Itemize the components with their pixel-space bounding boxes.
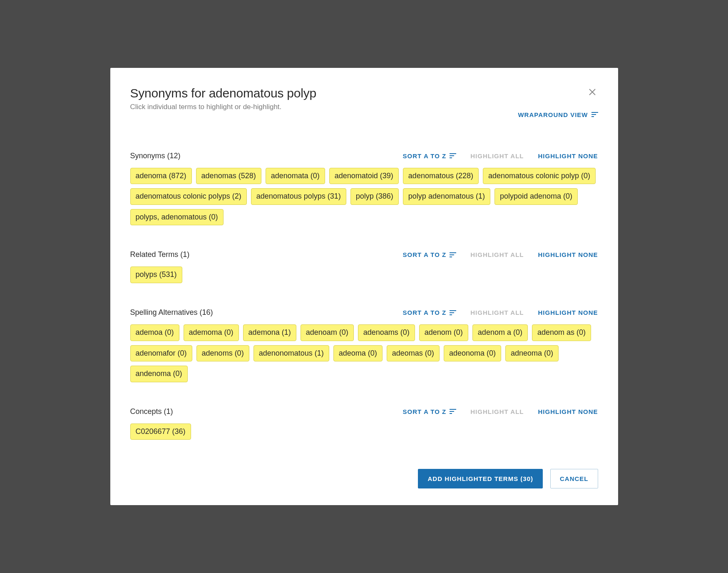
section-title: Synonyms (12) bbox=[130, 152, 181, 160]
term-chip[interactable]: C0206677 (36) bbox=[130, 424, 191, 440]
section: Concepts (1)SORT A TO ZHIGHLIGHT ALLHIGH… bbox=[130, 407, 598, 440]
sort-label: SORT A TO Z bbox=[403, 309, 447, 316]
section: Synonyms (12)SORT A TO ZHIGHLIGHT ALLHIG… bbox=[130, 152, 598, 226]
highlight-all-button[interactable]: HIGHLIGHT ALL bbox=[470, 152, 524, 159]
sort-a-to-z-button[interactable]: SORT A TO Z bbox=[403, 309, 457, 316]
chips-container: C0206677 (36) bbox=[130, 424, 598, 440]
term-chip[interactable]: adenomatous (228) bbox=[403, 168, 479, 184]
sort-icon bbox=[450, 409, 456, 414]
sort-label: SORT A TO Z bbox=[403, 408, 447, 415]
term-chip[interactable]: adeomas (0) bbox=[387, 345, 440, 362]
section: Spelling Alternatives (16)SORT A TO ZHIG… bbox=[130, 308, 598, 382]
section-title: Spelling Alternatives (16) bbox=[130, 308, 213, 317]
synonyms-modal: Synonyms for adenomatous polyp Click ind… bbox=[110, 68, 618, 506]
sort-icon bbox=[450, 310, 456, 315]
sort-a-to-z-button[interactable]: SORT A TO Z bbox=[403, 408, 457, 415]
term-chip[interactable]: adenoams (0) bbox=[358, 324, 415, 341]
term-chip[interactable]: polypoid adenoma (0) bbox=[494, 188, 578, 205]
sort-a-to-z-button[interactable]: SORT A TO Z bbox=[403, 251, 457, 258]
term-chip[interactable]: adenomas (528) bbox=[196, 168, 261, 184]
term-chip[interactable]: adneoma (0) bbox=[505, 345, 559, 362]
modal-header: Synonyms for adenomatous polyp Click ind… bbox=[130, 86, 598, 118]
term-chip[interactable]: adenomafor (0) bbox=[130, 345, 192, 362]
sort-label: SORT A TO Z bbox=[403, 251, 447, 258]
highlight-none-button[interactable]: HIGHLIGHT NONE bbox=[538, 309, 598, 316]
sections-host: Synonyms (12)SORT A TO ZHIGHLIGHT ALLHIG… bbox=[130, 152, 598, 440]
section-actions: SORT A TO ZHIGHLIGHT ALLHIGHLIGHT NONE bbox=[403, 251, 598, 258]
term-chip[interactable]: ademona (1) bbox=[243, 324, 296, 341]
term-chip[interactable]: adenom a (0) bbox=[472, 324, 528, 341]
chips-container: polyps (531) bbox=[130, 267, 598, 283]
term-chip[interactable]: adenomatous polyps (31) bbox=[251, 188, 346, 205]
highlight-none-button[interactable]: HIGHLIGHT NONE bbox=[538, 408, 598, 415]
sort-a-to-z-button[interactable]: SORT A TO Z bbox=[403, 152, 457, 159]
chips-container: adenoma (872)adenomas (528)adenomata (0)… bbox=[130, 168, 598, 226]
section-actions: SORT A TO ZHIGHLIGHT ALLHIGHLIGHT NONE bbox=[403, 152, 598, 159]
sort-icon bbox=[450, 252, 456, 257]
section-header: Spelling Alternatives (16)SORT A TO ZHIG… bbox=[130, 308, 598, 317]
section-header: Related Terms (1)SORT A TO ZHIGHLIGHT AL… bbox=[130, 250, 598, 259]
term-chip[interactable]: andenoma (0) bbox=[130, 366, 188, 382]
highlight-none-button[interactable]: HIGHLIGHT NONE bbox=[538, 251, 598, 258]
sort-label: SORT A TO Z bbox=[403, 152, 447, 159]
term-chip[interactable]: polyp (386) bbox=[350, 188, 399, 205]
header-right: WRAPAROUND VIEW bbox=[518, 86, 598, 118]
term-chip[interactable]: polyps (531) bbox=[130, 267, 182, 283]
wraparound-view-button[interactable]: WRAPAROUND VIEW bbox=[518, 111, 598, 118]
highlight-none-button[interactable]: HIGHLIGHT NONE bbox=[538, 152, 598, 159]
section-actions: SORT A TO ZHIGHLIGHT ALLHIGHLIGHT NONE bbox=[403, 309, 598, 316]
section-actions: SORT A TO ZHIGHLIGHT ALLHIGHLIGHT NONE bbox=[403, 408, 598, 415]
title-block: Synonyms for adenomatous polyp Click ind… bbox=[130, 86, 317, 111]
term-chip[interactable]: adenomata (0) bbox=[266, 168, 325, 184]
close-icon bbox=[588, 91, 596, 97]
term-chip[interactable]: adenomatous colonic polyps (2) bbox=[130, 188, 247, 205]
section-header: Synonyms (12)SORT A TO ZHIGHLIGHT ALLHIG… bbox=[130, 152, 598, 160]
highlight-all-button[interactable]: HIGHLIGHT ALL bbox=[470, 309, 524, 316]
term-chip[interactable]: adenonomatous (1) bbox=[253, 345, 329, 362]
term-chip[interactable]: adenoms (0) bbox=[196, 345, 249, 362]
term-chip[interactable]: adeonoma (0) bbox=[444, 345, 501, 362]
term-chip[interactable]: polyp adenomatous (1) bbox=[403, 188, 490, 205]
term-chip[interactable]: adenoma (872) bbox=[130, 168, 192, 184]
highlight-all-button[interactable]: HIGHLIGHT ALL bbox=[470, 251, 524, 258]
wraparound-view-label: WRAPAROUND VIEW bbox=[518, 111, 588, 118]
modal-footer: ADD HIGHLIGHTED TERMS (30) CANCEL bbox=[130, 469, 598, 488]
term-chip[interactable]: polyps, adenomatous (0) bbox=[130, 209, 224, 226]
sort-icon bbox=[450, 153, 456, 158]
term-chip[interactable]: adenomatous colonic polyp (0) bbox=[483, 168, 596, 184]
modal-title: Synonyms for adenomatous polyp bbox=[130, 86, 317, 100]
add-highlighted-terms-button[interactable]: ADD HIGHLIGHTED TERMS (30) bbox=[418, 469, 543, 488]
section-title: Concepts (1) bbox=[130, 407, 173, 416]
close-button[interactable] bbox=[586, 86, 598, 98]
section: Related Terms (1)SORT A TO ZHIGHLIGHT AL… bbox=[130, 250, 598, 283]
term-chip[interactable]: adenom (0) bbox=[419, 324, 468, 341]
term-chip[interactable]: ademoa (0) bbox=[130, 324, 179, 341]
term-chip[interactable]: adenoam (0) bbox=[301, 324, 354, 341]
term-chip[interactable]: adenomatoid (39) bbox=[329, 168, 399, 184]
term-chip[interactable]: adenom as (0) bbox=[532, 324, 591, 341]
highlight-all-button[interactable]: HIGHLIGHT ALL bbox=[470, 408, 524, 415]
section-title: Related Terms (1) bbox=[130, 250, 190, 259]
modal-subtitle: Click individual terms to highlight or d… bbox=[130, 103, 317, 111]
section-header: Concepts (1)SORT A TO ZHIGHLIGHT ALLHIGH… bbox=[130, 407, 598, 416]
cancel-button[interactable]: CANCEL bbox=[550, 469, 598, 488]
term-chip[interactable]: adeoma (0) bbox=[333, 345, 383, 362]
term-chip[interactable]: ademoma (0) bbox=[184, 324, 239, 341]
chips-container: ademoa (0)ademoma (0)ademona (1)adenoam … bbox=[130, 324, 598, 382]
lines-icon bbox=[591, 112, 598, 117]
